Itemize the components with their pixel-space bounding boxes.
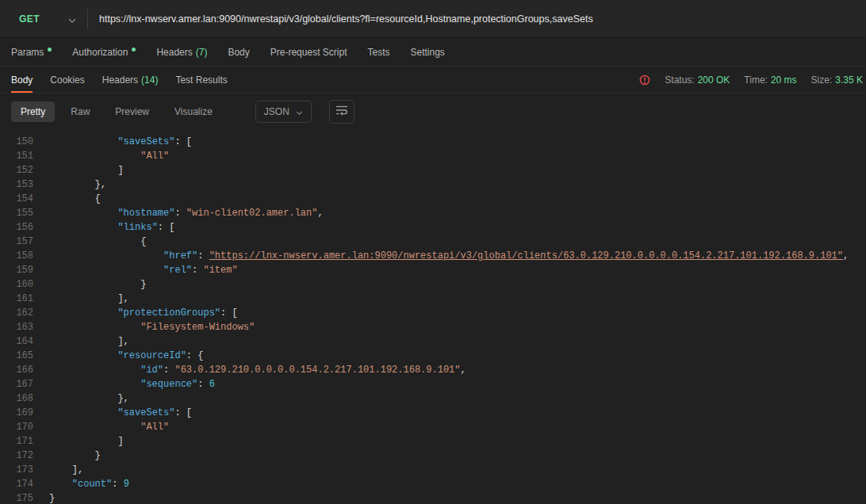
line-number: 175 <box>0 491 33 504</box>
code-line: 159 "rel": "item" <box>0 263 866 277</box>
token-ws <box>49 222 117 233</box>
time-indicator: Time:20 ms <box>744 74 796 86</box>
request-tab-settings[interactable]: Settings <box>411 47 445 58</box>
token-num: 9 <box>124 479 129 490</box>
token-ws <box>49 350 117 361</box>
line-number: 161 <box>0 292 33 306</box>
code-line-content: "hostname": "win-client02.amer.lan", <box>33 206 324 220</box>
line-number: 163 <box>0 320 33 334</box>
request-tab-pre-request-script[interactable]: Pre-request Script <box>270 47 347 58</box>
tab-count: (14) <box>141 74 158 86</box>
code-line-content: } <box>33 491 55 504</box>
token-ws <box>49 250 163 262</box>
code-line: 165 "resourceId": { <box>0 349 866 363</box>
token-punc: : [ <box>220 307 238 319</box>
tab-label: Params <box>11 47 44 58</box>
response-link[interactable]: "https://lnx-nwserv.amer.lan:9090/nwrest… <box>209 250 843 262</box>
chevron-down-icon <box>68 12 76 26</box>
response-meta: Status:200 OK Time:20 ms Size:3.35 K <box>639 67 863 93</box>
view-tab-raw[interactable]: Raw <box>61 101 99 122</box>
token-key: "sequence" <box>140 379 197 390</box>
code-line: 153 }, <box>0 178 866 192</box>
request-tab-params[interactable]: Params <box>11 47 52 58</box>
token-key: "saveSets" <box>117 136 174 147</box>
request-tab-tests[interactable]: Tests <box>367 47 389 58</box>
code-line: 155 "hostname": "win-client02.amer.lan", <box>0 206 866 220</box>
token-ws <box>49 136 117 147</box>
response-tabs: BodyCookiesHeaders(14)Test Results <box>11 67 228 93</box>
line-number: 167 <box>0 377 33 391</box>
wrap-lines-button[interactable] <box>329 100 354 124</box>
token-punc: , <box>317 208 323 219</box>
code-line: 167 "sequence": 6 <box>0 377 866 391</box>
token-key: "protectionGroups" <box>117 307 220 319</box>
line-number: 158 <box>0 249 33 263</box>
request-tab-body[interactable]: Body <box>228 47 249 58</box>
code-line: 156 "links": [ <box>0 220 866 235</box>
response-tab-cookies[interactable]: Cookies <box>50 67 84 93</box>
token-punc: : <box>174 208 186 219</box>
token-punc: }, <box>95 179 106 190</box>
format-dropdown[interactable]: JSON <box>255 101 312 123</box>
code-line-content: } <box>33 449 101 463</box>
warning-icon[interactable] <box>639 74 650 86</box>
view-tab-visualize[interactable]: Visualize <box>165 101 222 122</box>
tab-label: Headers <box>156 47 192 58</box>
tab-label: Test Results <box>175 74 227 86</box>
response-tab-test-results[interactable]: Test Results <box>175 67 227 93</box>
request-tab-authorization[interactable]: Authorization <box>72 47 136 58</box>
code-line-content: "count": 9 <box>33 477 129 491</box>
code-line: 168 }, <box>0 391 866 406</box>
line-number: 166 <box>0 363 33 377</box>
line-number: 172 <box>0 449 33 463</box>
url-input[interactable] <box>88 0 866 37</box>
chevron-down-icon <box>296 106 303 117</box>
token-key: "hostname" <box>117 208 174 219</box>
code-line-content: ] <box>33 434 124 449</box>
postman-window: GET ParamsAuthorizationHeaders(7)BodyPre… <box>0 0 866 504</box>
tab-label: Pre-request Script <box>270 47 347 58</box>
line-number: 152 <box>0 163 33 178</box>
code-line-content: "sequence": 6 <box>33 377 215 391</box>
line-number: 159 <box>0 263 33 277</box>
code-line: 151 "All" <box>0 149 866 163</box>
code-line-content: ] <box>33 163 124 178</box>
token-punc: { <box>95 193 101 204</box>
token-ws <box>49 307 117 319</box>
view-tab-preview[interactable]: Preview <box>105 101 159 122</box>
method-label: GET <box>19 13 40 25</box>
request-tab-headers[interactable]: Headers(7) <box>156 47 207 58</box>
code-line: 166 "id": "63.0.129.210.0.0.0.0.154.2.21… <box>0 363 866 377</box>
token-ws <box>49 165 117 176</box>
response-view-bar: PrettyRawPreviewVisualize JSON <box>0 94 866 130</box>
token-str: "All" <box>140 151 169 162</box>
size-label: Size: <box>811 74 833 86</box>
line-number: 170 <box>0 420 33 434</box>
token-num: 6 <box>209 379 215 390</box>
token-punc: }, <box>117 393 128 404</box>
token-punc: : <box>112 479 123 490</box>
response-tab-body[interactable]: Body <box>11 67 33 93</box>
code-line: 163 "Filesystem-Windows" <box>0 320 866 334</box>
method-selector[interactable]: GET <box>0 0 87 37</box>
token-ws <box>49 208 117 219</box>
code-line: 150 "saveSets": [ <box>0 135 866 149</box>
code-line: 175} <box>0 491 866 504</box>
token-str: "win-client02.amer.lan" <box>186 208 318 219</box>
tab-label: Cookies <box>50 74 84 86</box>
code-line-content: ], <box>33 292 129 306</box>
code-line: 172 } <box>0 449 866 463</box>
view-tab-pretty[interactable]: Pretty <box>11 101 55 122</box>
response-tab-headers[interactable]: Headers(14) <box>102 67 159 93</box>
tab-label: Settings <box>411 47 445 58</box>
line-number: 168 <box>0 391 33 406</box>
code-line-content: "All" <box>33 420 169 434</box>
line-number: 151 <box>0 149 33 163</box>
line-number: 153 <box>0 178 33 192</box>
line-number: 165 <box>0 349 33 363</box>
token-punc: ], <box>117 336 128 347</box>
code-line-content: "rel": "item" <box>33 263 238 277</box>
request-url-bar: GET <box>0 0 866 38</box>
token-punc: } <box>95 450 101 461</box>
response-body-json[interactable]: 150 "saveSets": [151 "All"152 ]153 },154… <box>0 130 866 504</box>
